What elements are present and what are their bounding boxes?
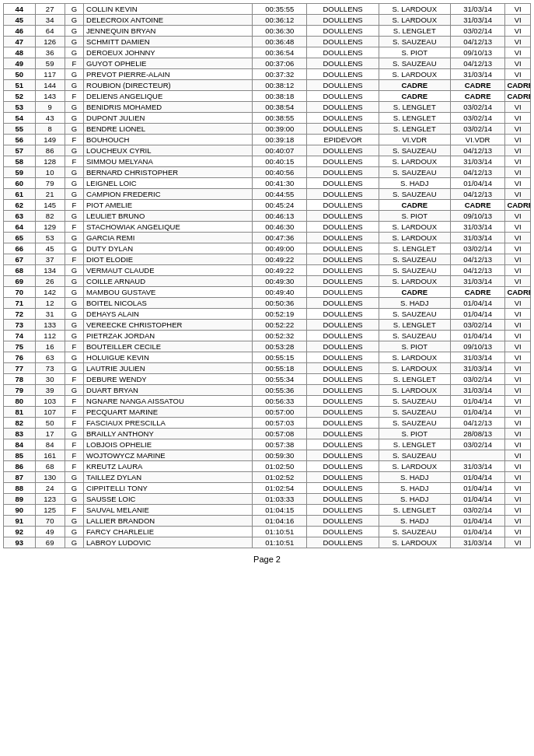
table-row: 5910GBERNARD CHRISTOPHER00:40:56DOULLENS…	[4, 167, 531, 178]
table-cell: 69	[35, 537, 65, 548]
table-cell: 00:37:32	[252, 69, 307, 80]
table-cell: 54	[4, 113, 36, 124]
table-cell: VEREECKE CHRISTOPHER	[84, 320, 253, 331]
table-cell: G	[65, 113, 83, 124]
table-cell: DOULLENS	[307, 298, 379, 309]
table-cell: 31/03/14	[450, 363, 505, 374]
table-cell: 126	[35, 37, 65, 47]
table-cell: 52	[4, 91, 36, 102]
table-row: 80103FNGNARE NANGA AISSATOU00:56:33DOULL…	[4, 396, 531, 407]
table-cell: 00:49:22	[252, 265, 307, 276]
table-cell: 00:36:30	[252, 26, 307, 37]
table-row: 6382GLEULIET BRUNO00:46:13DOULLENSS. PIO…	[4, 211, 531, 222]
table-cell: 01:02:52	[252, 472, 307, 483]
table-cell: 00:47:36	[252, 233, 307, 243]
table-cell: VI	[505, 189, 531, 200]
table-cell: 00:55:18	[252, 363, 307, 374]
table-cell: PECQUART MARINE	[84, 407, 253, 418]
table-cell: 31/03/14	[450, 537, 505, 548]
table-row: 9249GFARCY CHARLELIE01:10:51DOULLENSS. S…	[4, 527, 531, 537]
table-cell: DOULLENS	[307, 461, 379, 472]
table-cell: 16	[35, 341, 65, 352]
table-row: 74112GPIETRZAK JORDAN00:52:32DOULLENSS. …	[4, 331, 531, 341]
table-cell: 31/03/14	[450, 156, 505, 167]
table-cell: VI	[505, 363, 531, 374]
table-row: 52143FDELIENS ANGELIQUE00:38:18DOULLENSC…	[4, 91, 531, 102]
table-cell: CADRE	[450, 80, 505, 91]
table-row: 81107FPECQUART MARINE00:57:00DOULLENSS. …	[4, 407, 531, 418]
table-cell: VI	[505, 450, 531, 461]
table-cell: VI	[505, 298, 531, 309]
table-cell: 09/10/13	[450, 211, 505, 222]
table-row: 8824GCIPPITELLI TONY01:02:54DOULLENSS. H…	[4, 483, 531, 494]
table-cell: 70	[35, 516, 65, 527]
table-cell: S. SAUZEAU	[379, 527, 450, 537]
table-cell: 103	[35, 396, 65, 407]
table-cell: F	[65, 341, 83, 352]
table-cell: 28/08/13	[450, 429, 505, 439]
table-cell: S. LENGLET	[379, 505, 450, 516]
table-cell: DOULLENS	[307, 505, 379, 516]
table-cell: VI	[505, 102, 531, 113]
table-cell: 68	[4, 265, 36, 276]
table-row: 8668FKREUTZ LAURA01:02:50DOULLENSS. LARD…	[4, 461, 531, 472]
table-cell: 129	[35, 222, 65, 233]
table-cell: G	[65, 124, 83, 135]
table-cell: DOULLENS	[307, 527, 379, 537]
table-cell: 34	[35, 15, 65, 26]
table-cell: 01:04:15	[252, 505, 307, 516]
table-cell: F	[65, 450, 83, 461]
table-cell: HOLUIGUE KEVIN	[84, 352, 253, 363]
table-cell: S. SAUZEAU	[379, 450, 450, 461]
table-cell: F	[65, 156, 83, 167]
table-cell: 00:57:03	[252, 418, 307, 429]
table-cell: BRAILLY ANTHONY	[84, 429, 253, 439]
table-cell: S. LARDOUX	[379, 156, 450, 167]
table-cell: CADRE	[379, 80, 450, 91]
table-cell: VI	[505, 26, 531, 37]
table-cell: G	[65, 243, 83, 254]
table-cell: CADRE	[505, 91, 531, 102]
table-cell: 03/02/14	[450, 113, 505, 124]
table-row: 68134GVERMAUT CLAUDE00:49:22DOULLENSS. S…	[4, 265, 531, 276]
table-cell: S. PIOT	[379, 47, 450, 58]
table-cell: DOULLENS	[307, 418, 379, 429]
table-row: 73133GVEREECKE CHRISTOPHER00:52:22DOULLE…	[4, 320, 531, 331]
table-cell: 56	[4, 135, 36, 145]
table-cell: S. SAUZEAU	[379, 189, 450, 200]
table-cell: 03/02/14	[450, 374, 505, 385]
table-row: 7663GHOLUIGUE KEVIN00:55:15DOULLENSS. LA…	[4, 352, 531, 363]
table-cell: DOULLENS	[307, 145, 379, 156]
table-cell: 49	[35, 527, 65, 537]
table-row: 64129FSTACHOWIAK ANGELIQUE00:46:30DOULLE…	[4, 222, 531, 233]
table-cell: DOULLENS	[307, 189, 379, 200]
table-cell: 85	[4, 450, 36, 461]
table-cell: 65	[4, 233, 36, 243]
table-cell: G	[65, 37, 83, 47]
table-cell: 00:57:08	[252, 429, 307, 439]
table-cell: G	[65, 47, 83, 58]
table-cell: 123	[35, 494, 65, 505]
table-cell: 74	[4, 331, 36, 341]
table-cell: SCHMITT DAMIEN	[84, 37, 253, 47]
table-cell: DOULLENS	[307, 341, 379, 352]
table-cell: 55	[4, 124, 36, 135]
table-cell: VI	[505, 309, 531, 320]
table-cell: FARCY CHARLELIE	[84, 527, 253, 537]
table-cell: 112	[35, 331, 65, 341]
table-cell: VI	[505, 178, 531, 189]
table-cell: F	[65, 396, 83, 407]
table-cell: G	[65, 537, 83, 548]
table-cell: G	[65, 4, 83, 15]
table-row: 4664GJENNEQUIN BRYAN00:36:30DOULLENSS. L…	[4, 26, 531, 37]
table-cell: DUPONT JULIEN	[84, 113, 253, 124]
table-cell: 72	[4, 309, 36, 320]
table-cell: DOULLENS	[307, 352, 379, 363]
table-cell: 00:36:48	[252, 37, 307, 47]
table-cell: S. LARDOUX	[379, 352, 450, 363]
table-cell: 64	[35, 26, 65, 37]
table-cell: 31/03/14	[450, 233, 505, 243]
table-cell: 00:46:30	[252, 222, 307, 233]
table-cell: S. HADJ	[379, 494, 450, 505]
table-cell: 00:56:33	[252, 396, 307, 407]
